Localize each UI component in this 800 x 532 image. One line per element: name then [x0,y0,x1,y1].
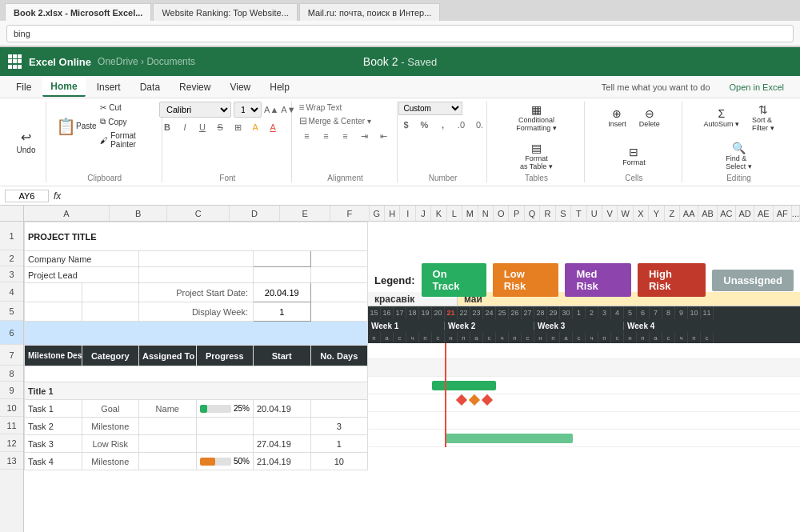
col-header-m[interactable]: M [462,206,478,221]
col-header-l[interactable]: L [447,206,462,221]
col-header-e[interactable]: E [280,206,330,221]
col-header-af[interactable]: AF [774,206,792,221]
row-num-10[interactable]: 10 [0,399,23,417]
tab-review[interactable]: Review [171,78,218,96]
autosum-button[interactable]: Σ AutoSum ▾ [700,106,742,130]
row-num-12[interactable]: 12 [0,434,23,452]
row-num-4[interactable]: 4 [0,282,23,302]
col-header-ad[interactable]: AD [736,206,754,221]
format-painter-button[interactable]: 🖌Format Painter [97,130,156,150]
border-button[interactable]: ⊞ [230,120,246,134]
currency-button[interactable]: $ [398,118,414,132]
tab-file[interactable]: File [8,78,39,96]
row-num-13[interactable]: 13 [0,452,23,470]
project-title-cell[interactable]: PROJECT TITLE [25,222,368,251]
tab-data[interactable]: Data [132,78,168,96]
legend-on-track[interactable]: On Track [422,263,486,297]
insert-button[interactable]: ⊕ Insert [605,106,630,130]
col-header-s[interactable]: S [556,206,571,221]
align-left-button[interactable]: ≡ [299,129,315,143]
tab-home[interactable]: Home [42,78,85,97]
decimal-decrease-button[interactable]: 0. [472,118,488,132]
row-num-5[interactable]: 5 [0,302,23,321]
tell-me[interactable]: Tell me what you want to do [594,79,718,95]
col-header-w[interactable]: W [618,206,633,221]
col-header-b[interactable]: B [110,206,168,221]
delete-button[interactable]: ⊖ Delete [636,106,663,130]
increase-indent-button[interactable]: ⇥ [357,129,373,143]
col-header-ae[interactable]: AE [754,206,773,221]
conditional-formatting-button[interactable]: ▦ ConditionalFormatting ▾ [513,102,560,134]
align-right-button[interactable]: ≡ [338,129,354,143]
find-select-button[interactable]: 🔍 Find &Select ▾ [722,140,755,172]
row-num-8[interactable]: 8 [0,366,23,382]
col-header-k[interactable]: K [431,206,446,221]
percent-button[interactable]: % [417,118,433,132]
font-size-selector[interactable]: 10 [234,102,262,118]
task1-name[interactable]: Task 1 [25,400,82,418]
decimal-increase-button[interactable]: .0 [454,118,470,132]
row-num-1[interactable]: 1 [0,222,23,250]
open-in-excel[interactable]: Open in Excel [722,79,792,95]
col-header-ac[interactable]: AC [718,206,736,221]
task4-name[interactable]: Task 4 [25,453,82,470]
row-num-6[interactable]: 6 [0,321,23,345]
tab-insert[interactable]: Insert [89,78,129,96]
col-header-a[interactable]: A [24,206,110,221]
comma-button[interactable]: , [435,118,451,132]
col-header-aa[interactable]: AA [680,206,698,221]
col-header-ab[interactable]: AB [698,206,717,221]
col-header-o[interactable]: O [494,206,509,221]
display-week-input[interactable]: 1 [254,302,311,322]
col-header-i[interactable]: I [400,206,415,221]
italic-button[interactable]: I [177,120,193,134]
col-header-y[interactable]: Y [649,206,664,221]
sort-filter-button[interactable]: ⇅ Sort &Filter ▾ [749,102,778,134]
col-header-x[interactable]: X [634,206,649,221]
col-header-r[interactable]: R [540,206,555,221]
decrease-indent-button[interactable]: ⇤ [376,129,392,143]
col-header-q[interactable]: Q [525,206,540,221]
col-header-d[interactable]: D [230,206,280,221]
col-header-f[interactable]: F [330,206,370,221]
col-header-h[interactable]: H [385,206,400,221]
fill-color-button[interactable]: A [247,120,263,134]
col-header-u[interactable]: U [587,206,602,221]
waffle-icon[interactable] [8,54,22,69]
tab-view[interactable]: View [222,78,258,96]
col-header-p[interactable]: P [509,206,524,221]
task3-name[interactable]: Task 3 [25,435,82,453]
font-increase-button[interactable]: A▲ [264,105,278,114]
formula-input[interactable] [66,190,795,202]
format-button[interactable]: ⊟ Format [619,144,649,168]
row-num-7[interactable]: 7 [0,345,23,366]
cut-button[interactable]: ✂Cut [97,102,156,114]
legend-med-risk[interactable]: Med Risk [565,263,631,297]
tab-help[interactable]: Help [262,78,298,96]
row-num-3[interactable]: 3 [0,266,23,282]
format-as-table-button[interactable]: ▤ Formatas Table ▾ [517,140,556,172]
tab-excel[interactable]: Book 2.xlsx - Microsoft Excel... [5,3,151,21]
col-header-g[interactable]: G [370,206,385,221]
start-date-input[interactable]: 20.04.19 [254,283,311,302]
copy-button[interactable]: ⧉Copy [97,115,156,128]
row-num-9[interactable]: 9 [0,382,23,399]
legend-high-risk[interactable]: High Risk [638,263,706,297]
tab-website[interactable]: Website Ranking: Top Website... [153,3,297,21]
font-color-button[interactable]: A [265,120,281,134]
col-header-t[interactable]: T [571,206,586,221]
underline-button[interactable]: U [194,120,210,134]
number-format-selector[interactable]: Custom [398,102,462,115]
legend-unassigned[interactable]: Unassigned [712,270,794,291]
row-num-2[interactable]: 2 [0,250,23,266]
strikethrough-button[interactable]: S [212,120,228,134]
cell-reference-box[interactable] [5,190,49,202]
row-num-11[interactable]: 11 [0,417,23,434]
paste-button[interactable]: 📋 Paste [53,102,94,150]
col-header-v[interactable]: V [602,206,618,221]
col-header-n[interactable]: N [478,206,494,221]
bold-button[interactable]: B [159,120,175,134]
undo-button[interactable]: ↩ Undo [14,128,39,155]
task2-name[interactable]: Task 2 [25,418,82,435]
font-selector[interactable]: Calibri [159,102,231,118]
